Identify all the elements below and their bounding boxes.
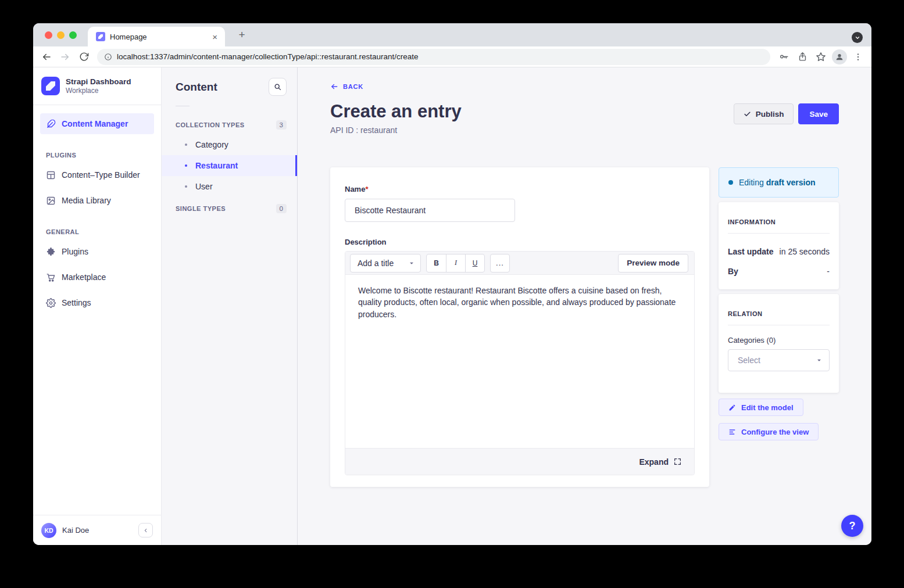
sidebar-item-label: Media Library <box>62 196 111 205</box>
sidebar-item-content-type-builder[interactable]: Content–Type Builder <box>40 164 154 185</box>
browser-profile-avatar[interactable] <box>832 49 847 64</box>
save-button[interactable]: Save <box>798 103 839 124</box>
edit-model-button[interactable]: Edit the model <box>719 399 803 416</box>
shopping-cart-icon <box>46 273 56 282</box>
workspace-brand[interactable]: Strapi Dashboard Workplace <box>33 67 161 105</box>
description-field-label: Description <box>345 238 695 246</box>
draft-status-text: Editing draft version <box>739 178 816 187</box>
last-update-value: in 25 seconds <box>780 247 830 256</box>
subnav-item-label: Category <box>195 140 228 149</box>
subnav-item-category[interactable]: Category <box>162 134 297 155</box>
subnav-item-user[interactable]: User <box>162 176 297 197</box>
collapse-sidebar-button[interactable] <box>138 523 153 537</box>
categories-select[interactable]: Select <box>728 349 830 371</box>
api-id-subtitle: API ID : restaurant <box>330 126 462 135</box>
expand-button[interactable]: Expand <box>639 457 681 467</box>
app-name: Strapi Dashboard <box>66 77 131 87</box>
sidebar-item-label: Plugins <box>62 247 88 256</box>
chevron-down-icon <box>816 357 822 363</box>
save-label: Save <box>809 110 828 119</box>
sidebar-item-media-library[interactable]: Media Library <box>40 190 154 211</box>
main-sidebar: Strapi Dashboard Workplace Content Manag… <box>33 67 162 545</box>
share-icon[interactable] <box>795 49 810 64</box>
name-input[interactable] <box>345 199 515 222</box>
minimize-window-button[interactable] <box>57 31 65 39</box>
back-link[interactable]: BACK <box>330 83 363 91</box>
user-name: Kai Doe <box>62 526 133 535</box>
subnav-item-restaurant[interactable]: Restaurant <box>162 155 297 176</box>
relation-title: RELATION <box>728 310 830 317</box>
sidebar-item-content-manager[interactable]: Content Manager <box>40 113 154 134</box>
last-update-label: Last update <box>728 247 774 256</box>
chevron-down-icon <box>409 260 415 266</box>
password-key-icon[interactable] <box>776 49 791 64</box>
divider <box>728 325 830 325</box>
site-info-icon[interactable] <box>104 53 112 61</box>
strapi-app: Strapi Dashboard Workplace Content Manag… <box>33 67 871 545</box>
back-button[interactable] <box>39 49 54 64</box>
title-style-label: Add a title <box>358 259 394 268</box>
configure-view-button[interactable]: Configure the view <box>719 423 819 440</box>
sidebar-footer: KD Kai Doe <box>33 515 161 545</box>
url-text: localhost:1337/admin/content-manager/col… <box>117 52 419 61</box>
gear-icon <box>46 298 56 308</box>
collection-types-header: COLLECTION TYPES <box>176 121 245 128</box>
search-button[interactable] <box>269 78 287 96</box>
browser-update-icon[interactable] <box>852 32 863 43</box>
description-textarea[interactable]: Welcome to Biscotte restaurant! Restaura… <box>345 275 694 448</box>
check-icon <box>744 110 751 118</box>
tab-title: Homepage <box>110 33 206 41</box>
editor-footer: Expand <box>345 448 694 475</box>
content-subnav: Content COLLECTION TYPES 3 Category Rest… <box>162 67 298 545</box>
italic-button[interactable]: I <box>446 254 465 272</box>
url-bar[interactable]: localhost:1337/admin/content-manager/col… <box>97 49 770 65</box>
publish-label: Publish <box>756 110 784 119</box>
sidebar-item-plugins[interactable]: Plugins <box>40 241 154 262</box>
user-avatar[interactable]: KD <box>41 523 56 538</box>
browser-window: Homepage × + localhost:1337/admin/conten… <box>33 23 871 545</box>
preview-mode-button[interactable]: Preview mode <box>618 254 688 273</box>
title-style-dropdown[interactable]: Add a title <box>350 254 421 273</box>
bold-button[interactable]: B <box>427 254 446 272</box>
expand-icon <box>674 458 681 465</box>
publish-button[interactable]: Publish <box>734 103 794 124</box>
layout-grid-icon <box>46 170 56 180</box>
browser-toolbar: localhost:1337/admin/content-manager/col… <box>33 46 871 67</box>
sidebar-item-settings[interactable]: Settings <box>40 292 154 313</box>
reload-button[interactable] <box>76 49 91 64</box>
new-tab-button[interactable]: + <box>235 28 249 42</box>
maximize-window-button[interactable] <box>69 31 77 39</box>
workspace-name: Workplace <box>66 87 131 95</box>
help-button[interactable]: ? <box>841 515 863 537</box>
subnav-item-label: Restaurant <box>195 161 238 170</box>
browser-tab[interactable]: Homepage × <box>88 27 225 46</box>
forward-button[interactable] <box>58 49 73 64</box>
close-tab-icon[interactable]: × <box>210 32 219 42</box>
search-icon <box>274 83 281 91</box>
entry-form-card: Name* Description Add a title <box>330 167 709 487</box>
sidebar-item-label: Marketplace <box>62 273 106 282</box>
divider <box>176 106 190 106</box>
name-field-label: Name* <box>345 185 368 193</box>
browser-menu-icon[interactable] <box>851 49 866 64</box>
rich-text-editor: Add a title B I U ... Preview mode <box>345 251 695 475</box>
close-window-button[interactable] <box>45 31 52 39</box>
image-icon <box>46 196 56 206</box>
window-controls <box>45 31 77 39</box>
subnav-title: Content <box>176 81 217 94</box>
sidebar-item-label: Content–Type Builder <box>62 170 140 180</box>
by-row: By - <box>728 267 830 276</box>
bullet-icon <box>185 164 187 167</box>
more-formats-button[interactable]: ... <box>490 254 510 273</box>
main-content: BACK Create an entry API ID : restaurant… <box>298 67 871 545</box>
sidebar-item-label: Content Manager <box>62 119 128 128</box>
bookmark-star-icon[interactable] <box>813 49 828 64</box>
by-label: By <box>728 267 738 276</box>
underline-button[interactable]: U <box>465 254 484 272</box>
feather-pen-icon <box>46 119 56 129</box>
status-dot-icon <box>728 180 733 185</box>
sidebar-item-marketplace[interactable]: Marketplace <box>40 267 154 288</box>
description-text: Welcome to Biscotte restaurant! Restaura… <box>358 285 681 320</box>
bullet-icon <box>185 144 187 146</box>
strapi-favicon-icon <box>96 32 105 41</box>
